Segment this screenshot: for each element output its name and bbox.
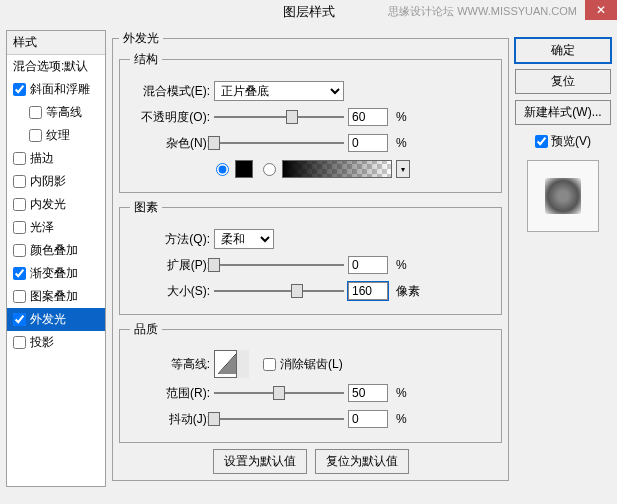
noise-input[interactable] (348, 134, 388, 152)
ok-button[interactable]: 确定 (515, 38, 611, 63)
preview-checkbox[interactable] (535, 135, 548, 148)
method-select[interactable]: 柔和 (214, 229, 274, 249)
quality-fieldset: 品质 等高线: 消除锯齿(L) 范围(R): % 抖动(J): (119, 321, 502, 443)
elements-legend: 图素 (130, 199, 162, 216)
size-slider[interactable] (214, 283, 344, 299)
range-slider[interactable] (214, 385, 344, 401)
gradient-preview[interactable] (282, 160, 392, 178)
noise-unit: % (396, 136, 407, 150)
opacity-label: 不透明度(O): (130, 109, 210, 126)
style-item-label: 斜面和浮雕 (30, 81, 90, 98)
opacity-slider[interactable] (214, 109, 344, 125)
structure-fieldset: 结构 混合模式(E): 正片叠底 不透明度(O): % 杂色(N): % (119, 51, 502, 193)
noise-slider[interactable] (214, 135, 344, 151)
color-swatch[interactable] (235, 160, 253, 178)
contour-picker[interactable] (214, 350, 249, 378)
preview-box (527, 160, 599, 232)
antialias-label: 消除锯齿(L) (280, 356, 343, 373)
style-item-0[interactable]: 斜面和浮雕 (7, 78, 105, 101)
style-item-label: 描边 (30, 150, 54, 167)
blend-options-item[interactable]: 混合选项:默认 (7, 55, 105, 78)
preview-thumb (545, 178, 581, 214)
style-checkbox[interactable] (29, 106, 42, 119)
noise-label: 杂色(N): (130, 135, 210, 152)
style-item-2[interactable]: 纹理 (7, 124, 105, 147)
style-checkbox[interactable] (13, 175, 26, 188)
style-item-4[interactable]: 内阴影 (7, 170, 105, 193)
style-item-7[interactable]: 颜色叠加 (7, 239, 105, 262)
spread-label: 扩展(P): (130, 257, 210, 274)
make-default-button[interactable]: 设置为默认值 (213, 449, 307, 474)
antialias-checkbox[interactable] (263, 358, 276, 371)
style-checkbox[interactable] (29, 129, 42, 142)
gradient-dropdown[interactable]: ▾ (396, 160, 410, 178)
jitter-input[interactable] (348, 410, 388, 428)
cancel-button[interactable]: 复位 (515, 69, 611, 94)
jitter-unit: % (396, 412, 407, 426)
color-radio[interactable] (216, 163, 229, 176)
style-item-label: 外发光 (30, 311, 66, 328)
style-item-3[interactable]: 描边 (7, 147, 105, 170)
range-input[interactable] (348, 384, 388, 402)
style-checkbox[interactable] (13, 221, 26, 234)
style-item-8[interactable]: 渐变叠加 (7, 262, 105, 285)
structure-legend: 结构 (130, 51, 162, 68)
style-item-1[interactable]: 等高线 (7, 101, 105, 124)
style-checkbox[interactable] (13, 244, 26, 257)
jitter-slider[interactable] (214, 411, 344, 427)
style-checkbox[interactable] (13, 83, 26, 96)
gradient-radio[interactable] (263, 163, 276, 176)
style-checkbox[interactable] (13, 152, 26, 165)
method-label: 方法(Q): (130, 231, 210, 248)
style-item-label: 内发光 (30, 196, 66, 213)
style-item-label: 渐变叠加 (30, 265, 78, 282)
style-item-5[interactable]: 内发光 (7, 193, 105, 216)
style-checkbox[interactable] (13, 313, 26, 326)
size-input[interactable] (348, 282, 388, 300)
spread-input[interactable] (348, 256, 388, 274)
style-item-label: 投影 (30, 334, 54, 351)
range-unit: % (396, 386, 407, 400)
jitter-label: 抖动(J): (130, 411, 210, 428)
style-checkbox[interactable] (13, 290, 26, 303)
style-checkbox[interactable] (13, 336, 26, 349)
close-button[interactable]: ✕ (585, 0, 617, 20)
style-checkbox[interactable] (13, 267, 26, 280)
range-label: 范围(R): (130, 385, 210, 402)
outer-glow-fieldset: 外发光 结构 混合模式(E): 正片叠底 不透明度(O): % 杂色(N): (112, 30, 509, 481)
spread-unit: % (396, 258, 407, 272)
size-unit: 像素 (396, 283, 420, 300)
style-item-label: 图案叠加 (30, 288, 78, 305)
style-item-label: 颜色叠加 (30, 242, 78, 259)
new-style-button[interactable]: 新建样式(W)... (515, 100, 611, 125)
style-checkbox[interactable] (13, 198, 26, 211)
blend-mode-select[interactable]: 正片叠底 (214, 81, 344, 101)
quality-legend: 品质 (130, 321, 162, 338)
spread-slider[interactable] (214, 257, 344, 273)
elements-fieldset: 图素 方法(Q): 柔和 扩展(P): % 大小(S): 像素 (119, 199, 502, 315)
watermark-text: 思缘设计论坛 WWW.MISSYUAN.COM (388, 4, 577, 19)
opacity-input[interactable] (348, 108, 388, 126)
blend-mode-label: 混合模式(E): (130, 83, 210, 100)
style-item-10[interactable]: 外发光 (7, 308, 105, 331)
contour-label: 等高线: (130, 356, 210, 373)
style-item-label: 光泽 (30, 219, 54, 236)
styles-header: 样式 (7, 31, 105, 55)
style-item-11[interactable]: 投影 (7, 331, 105, 354)
style-item-6[interactable]: 光泽 (7, 216, 105, 239)
outer-glow-legend: 外发光 (119, 30, 163, 47)
reset-default-button[interactable]: 复位为默认值 (315, 449, 409, 474)
style-item-label: 内阴影 (30, 173, 66, 190)
style-item-label: 纹理 (46, 127, 70, 144)
size-label: 大小(S): (130, 283, 210, 300)
dialog-title: 图层样式 (283, 3, 335, 21)
preview-label: 预览(V) (551, 133, 591, 150)
style-item-label: 等高线 (46, 104, 82, 121)
style-item-9[interactable]: 图案叠加 (7, 285, 105, 308)
opacity-unit: % (396, 110, 407, 124)
styles-list: 样式 混合选项:默认 斜面和浮雕等高线纹理描边内阴影内发光光泽颜色叠加渐变叠加图… (6, 30, 106, 487)
